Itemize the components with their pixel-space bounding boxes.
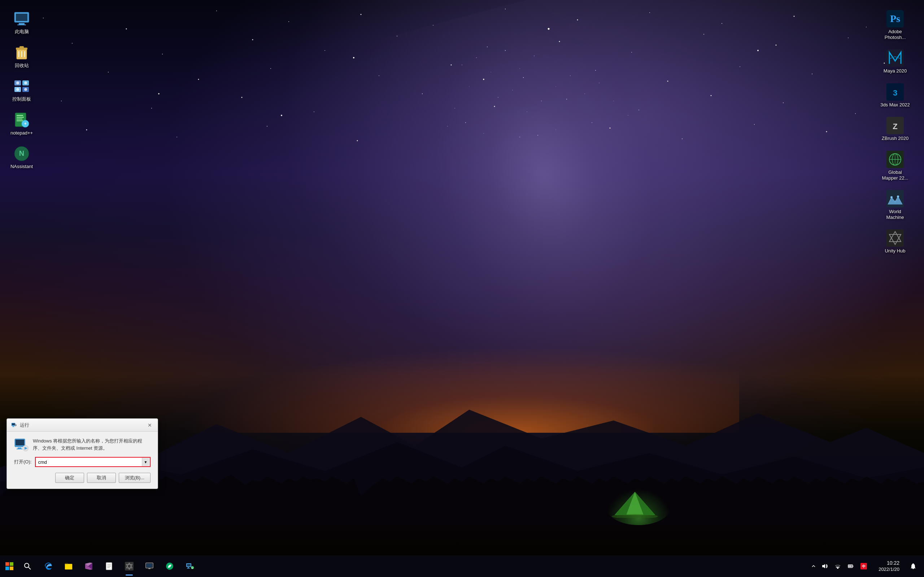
svg-point-64 bbox=[505, 50, 506, 51]
notification-icon bbox=[910, 562, 916, 570]
svg-point-31 bbox=[740, 66, 740, 67]
desktop-icon-maya[interactable]: Maya 2020 bbox=[877, 47, 913, 77]
svg-rect-133 bbox=[13, 426, 14, 427]
run-dialog-dropdown-button[interactable]: ▼ bbox=[142, 458, 149, 466]
desktop-icon-recycle[interactable]: 回收站 bbox=[3, 41, 40, 71]
run-dialog-ok-button[interactable]: 确定 bbox=[55, 473, 84, 483]
svg-point-73 bbox=[556, 86, 556, 87]
globalmapper-label: Global Mapper 22... bbox=[880, 169, 910, 181]
svg-point-101 bbox=[16, 82, 19, 84]
desktop-icon-worldmachine[interactable]: World Machine bbox=[877, 187, 913, 223]
unityhub-icon bbox=[887, 229, 904, 247]
taskbar: + bbox=[0, 555, 924, 577]
svg-rect-145 bbox=[10, 567, 13, 570]
desktop-icon-3dsmax[interactable]: 3 3ds Max 2022 bbox=[877, 81, 913, 111]
svg-rect-138 bbox=[18, 448, 21, 449]
taskbar-app-visual-studio[interactable] bbox=[79, 555, 98, 577]
svg-point-67 bbox=[469, 86, 470, 87]
svg-point-12 bbox=[72, 43, 73, 44]
run-dialog-browse-button[interactable]: 浏览(B)... bbox=[119, 473, 150, 483]
svg-point-4 bbox=[360, 14, 362, 15]
run-dialog-cancel-button[interactable]: 取消 bbox=[87, 473, 116, 483]
taskbar-app-extra[interactable]: + bbox=[181, 555, 199, 577]
run-dialog-body: Windows 将根据您所输入的名称，为您打开相应的程序、文件夹、文档或 Int… bbox=[7, 432, 158, 488]
svg-point-44 bbox=[855, 113, 856, 114]
photoshop-icon: Ps bbox=[887, 10, 904, 27]
taskbar-app-file-explorer[interactable] bbox=[59, 555, 78, 577]
svg-point-18 bbox=[559, 41, 560, 42]
desktop-icon-nassistant[interactable]: N NAssistant bbox=[3, 142, 40, 172]
svg-point-43 bbox=[783, 102, 783, 103]
run-dialog-titlebar: 运行 ✕ bbox=[7, 419, 158, 432]
tray-expand-button[interactable] bbox=[810, 555, 817, 577]
taskbar-app-notepad[interactable] bbox=[100, 555, 118, 577]
svg-point-3 bbox=[288, 21, 289, 22]
svg-point-42 bbox=[711, 95, 712, 96]
svg-line-147 bbox=[29, 567, 31, 569]
svg-point-71 bbox=[527, 111, 527, 112]
desktop-icon-zbrush[interactable]: Z ZBrush 2020 bbox=[877, 114, 913, 144]
svg-point-37 bbox=[313, 111, 314, 112]
clock-time: 10:22 bbox=[887, 560, 900, 566]
svg-marker-135 bbox=[16, 424, 16, 427]
run-dialog-title-left: 运行 bbox=[11, 422, 29, 429]
svg-point-46 bbox=[176, 137, 177, 137]
svg-point-51 bbox=[610, 128, 611, 129]
visual-studio-icon bbox=[84, 562, 93, 571]
svg-rect-90 bbox=[17, 24, 26, 25]
run-dialog-description-area: Windows 将根据您所输入的名称，为您打开相应的程序、文件夹、文档或 Int… bbox=[14, 437, 150, 452]
svg-point-28 bbox=[523, 77, 524, 78]
desktop-icon-control-panel[interactable]: 控制面板 bbox=[3, 75, 40, 105]
desktop-icon-this-pc[interactable]: 此电脑 bbox=[3, 7, 40, 37]
zbrush-label: ZBrush 2020 bbox=[882, 135, 908, 141]
svg-point-146 bbox=[24, 563, 29, 567]
svg-rect-170 bbox=[836, 567, 840, 567]
taskbar-search-button[interactable] bbox=[19, 555, 36, 577]
taskbar-system-tray: 中 10:22 2022/1/20 bbox=[806, 555, 924, 577]
svg-point-21 bbox=[775, 45, 777, 46]
tray-network-icon[interactable] bbox=[832, 555, 843, 577]
taskbar-app-unity[interactable] bbox=[120, 555, 139, 577]
svg-point-26 bbox=[379, 76, 380, 76]
svg-marker-168 bbox=[822, 564, 825, 568]
svg-rect-89 bbox=[19, 23, 24, 24]
svg-rect-139 bbox=[16, 449, 23, 449]
3dsmax-label: 3ds Max 2022 bbox=[880, 102, 910, 108]
desktop-icon-globalmapper[interactable]: Global Mapper 22... bbox=[877, 148, 913, 184]
svg-point-69 bbox=[512, 90, 513, 90]
taskbar-app-edge[interactable] bbox=[39, 555, 58, 577]
svg-text:+: + bbox=[24, 121, 26, 126]
svg-point-126 bbox=[897, 195, 899, 198]
desktop-icon-notepadpp[interactable]: + notepad++ bbox=[3, 108, 40, 139]
svg-point-54 bbox=[826, 131, 827, 132]
run-dialog-text-input[interactable] bbox=[36, 459, 142, 465]
desktop-icon-unityhub[interactable]: Unity Hub bbox=[877, 226, 913, 257]
taskbar-notification-button[interactable] bbox=[906, 555, 921, 577]
svg-point-23 bbox=[108, 72, 109, 73]
svg-point-125 bbox=[890, 196, 893, 198]
svg-rect-169 bbox=[837, 567, 838, 569]
svg-point-5 bbox=[433, 25, 433, 26]
yuque-icon bbox=[165, 562, 174, 571]
recycle-icon bbox=[13, 44, 30, 61]
maya-label: Maya 2020 bbox=[884, 68, 907, 74]
svg-point-62 bbox=[476, 57, 477, 58]
tray-battery-icon[interactable] bbox=[845, 555, 856, 577]
taskbar-app-display[interactable] bbox=[140, 555, 159, 577]
svg-rect-163 bbox=[187, 564, 191, 566]
run-dialog-close-button[interactable]: ✕ bbox=[146, 422, 153, 429]
extra-app-icon: + bbox=[186, 562, 194, 571]
taskbar-start-button[interactable] bbox=[0, 555, 19, 577]
svg-point-19 bbox=[631, 52, 632, 53]
tray-ime-icon[interactable]: 中 bbox=[858, 555, 869, 577]
svg-point-30 bbox=[667, 81, 669, 82]
desktop-icon-photoshop[interactable]: Ps Adobe Photosh... bbox=[877, 7, 913, 43]
svg-rect-107 bbox=[16, 117, 24, 118]
svg-point-102 bbox=[24, 82, 27, 84]
svg-text:N: N bbox=[19, 149, 24, 157]
taskbar-clock[interactable]: 10:22 2022/1/20 bbox=[871, 555, 904, 577]
tray-volume-icon[interactable] bbox=[819, 555, 830, 577]
clock-date: 2022/1/20 bbox=[879, 567, 900, 573]
taskbar-app-yuque[interactable] bbox=[160, 555, 179, 577]
run-dialog-buttons: 确定 取消 浏览(B)... bbox=[14, 473, 150, 483]
